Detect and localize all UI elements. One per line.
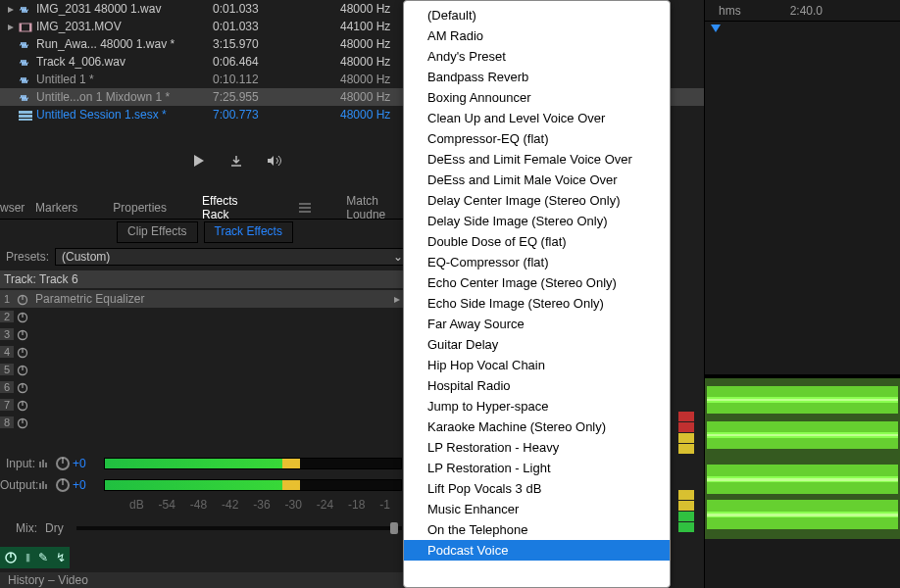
slot-number: 5 [0,364,14,375]
slot-power-button[interactable] [14,363,31,376]
subtab-clip-effects[interactable]: Clip Effects [117,221,197,243]
preset-menu-item[interactable]: LP Restoration - Heavy [404,437,670,458]
rack-power-button[interactable] [4,551,18,565]
effect-slot[interactable]: 4▸ [0,343,410,361]
preset-menu-item[interactable]: (Default) [404,5,670,25]
preset-menu-item[interactable]: Guitar Delay [404,334,670,355]
file-name: Untitled Session 1.sesx * [34,108,213,122]
slot-number: 8 [0,416,14,428]
input-gain-knob[interactable] [55,456,73,471]
io-section: Input: +0 Output: +0 [0,453,410,496]
slot-power-button[interactable] [14,416,31,429]
preset-menu-item[interactable]: DeEss and Limit Male Voice Over [404,170,670,190]
timeline-panel[interactable]: hms 2:40.0 [704,0,900,588]
tab-properties[interactable]: Properties [113,201,167,215]
preset-menu-item[interactable]: Echo Side Image (Stereo Only) [404,293,670,314]
presets-row: Presets: (Custom) ⌄ [0,247,410,267]
slot-power-button[interactable] [14,310,31,323]
preset-menu-item[interactable]: LP Restoration - Light [404,458,670,478]
svg-rect-23 [42,460,44,467]
play-button[interactable] [192,153,208,169]
slider-handle[interactable] [390,522,398,534]
effect-slot[interactable]: 2▸ [0,308,410,325]
effect-slot[interactable]: 5▸ [0,361,410,378]
effects-toolbar: ⦀ ✎ ↯ [0,547,70,568]
preset-menu-item[interactable]: Hospital Radio [404,375,670,396]
route-icon[interactable]: ↯ [56,551,66,564]
preset-menu-item[interactable]: Andy's Preset [404,46,670,67]
svg-rect-2 [29,24,31,31]
preset-menu-item[interactable]: Karaoke Machine (Stereo Only) [404,416,670,437]
tab-video[interactable]: Video [58,573,87,587]
footer-tabs: History – Video [0,572,410,588]
svg-rect-22 [39,462,41,467]
preset-menu-item[interactable]: Compressor-EQ (flat) [404,128,670,149]
peak-leds-top [678,412,694,455]
preset-menu-item[interactable]: Lift Pop Vocals 3 dB [404,478,670,499]
timeline-clip[interactable] [705,457,900,539]
preset-menu-item[interactable]: Boxing Announcer [404,87,670,108]
presets-dropdown[interactable]: (Custom) ⌄ [55,248,410,266]
effect-slot[interactable]: 6▸ [0,378,410,396]
file-type-icon [17,73,34,86]
tab-effects-rack[interactable]: Effects Rack [202,194,258,221]
preset-menu-item[interactable]: Music Enhancer [404,499,670,519]
effect-slot[interactable]: 1Parametric Equalizer▸ [0,290,410,308]
presets-menu-popup[interactable]: (Default)AM RadioAndy's PresetBandpass R… [403,0,671,588]
preset-menu-item[interactable]: Bandpass Reverb [404,67,670,87]
disclosure-triangle[interactable] [4,2,17,16]
svg-rect-3 [19,111,32,114]
slot-effect-name[interactable]: Parametric Equalizer [31,292,394,306]
playhead-marker[interactable] [711,22,721,35]
timeline-ruler[interactable]: hms 2:40.0 [705,0,900,22]
preset-menu-item[interactable]: On the Telephone [404,519,670,540]
slot-power-button[interactable] [14,398,31,412]
edit-icon[interactable]: ✎ [38,551,48,564]
tab-markers[interactable]: Markers [35,201,77,215]
file-duration: 0:01.033 [213,2,340,16]
file-name: Untitled 1 * [34,73,213,86]
file-type-icon [17,55,34,69]
preset-menu-item[interactable]: Double Dose of EQ (flat) [404,231,670,252]
svg-rect-27 [39,483,41,489]
preset-menu-item[interactable]: Delay Center Image (Stereo Only) [404,190,670,211]
mute-button[interactable] [267,153,282,169]
preset-menu-item[interactable]: DeEss and Limit Female Voice Over [404,149,670,170]
export-button[interactable] [229,153,245,169]
subtab-track-effects[interactable]: Track Effects [204,221,293,243]
svg-rect-28 [42,481,44,489]
preset-menu-item[interactable]: Hip Hop Vocal Chain [404,355,670,375]
preset-menu-item[interactable]: AM Radio [404,25,670,46]
tab-history[interactable]: History [8,573,44,587]
bars-icon[interactable]: ⦀ [25,551,30,564]
timeline-clip[interactable] [705,378,900,459]
slot-power-button[interactable] [14,327,31,341]
input-gain-value[interactable]: +0 [73,457,96,470]
preset-menu-item[interactable]: Podcast Voice [404,540,670,561]
effect-slot[interactable]: 7▸ [0,396,410,414]
panel-menu-icon[interactable] [299,201,311,215]
slot-power-button[interactable] [14,380,31,394]
preset-menu-item[interactable]: Jump to Hyper-space [404,396,670,416]
effect-slot[interactable]: 3▸ [0,325,410,343]
file-name: Run_Awa... 48000 1.wav * [34,37,213,51]
disclosure-triangle[interactable] [4,20,17,33]
effect-slot[interactable]: 8▸ [0,414,410,431]
input-label: Input: [0,457,39,470]
file-type-icon [17,2,34,16]
tab-match-loudness[interactable]: Match Loudne [346,194,410,221]
svg-rect-5 [19,119,32,121]
preset-menu-item[interactable]: Delay Side Image (Stereo Only) [404,211,670,231]
mix-slider[interactable] [76,526,402,530]
preset-menu-item[interactable]: Clean Up and Level Voice Over [404,108,670,128]
output-gain-value[interactable]: +0 [73,478,96,492]
input-meter [104,458,402,469]
slot-power-button[interactable] [14,345,31,359]
preset-menu-item[interactable]: Far Away Source [404,314,670,334]
slot-power-button[interactable] [14,292,31,306]
output-gain-knob[interactable] [55,477,73,493]
preset-menu-item[interactable]: EQ-Compressor (flat) [404,252,670,272]
mix-label: Mix: [16,521,45,535]
preset-menu-item[interactable]: Echo Center Image (Stereo Only) [404,272,670,293]
transport-bar [0,153,410,176]
